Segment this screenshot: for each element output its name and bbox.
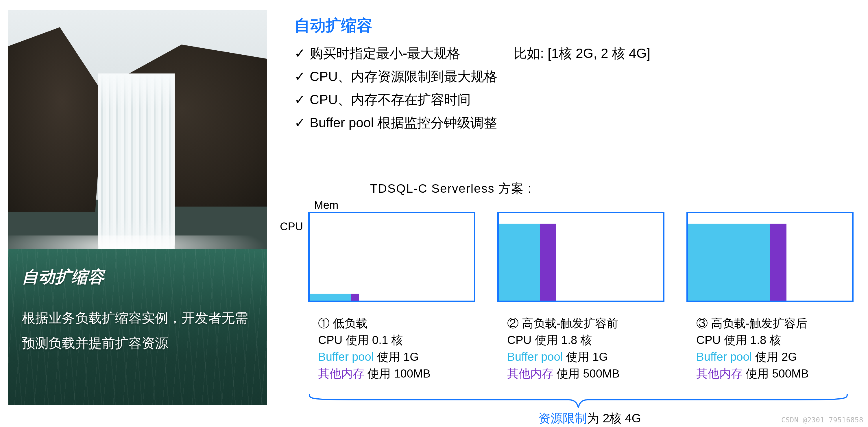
caption-oth-label: 其他内存 bbox=[696, 367, 743, 380]
bullet-text: CPU、内存资源限制到最大规格 bbox=[310, 67, 497, 85]
caption-bp-label: Buffer pool bbox=[318, 350, 374, 363]
caption-cpu: CPU 使用 0.1 核 bbox=[318, 332, 485, 348]
check-icon: ✓ bbox=[294, 114, 306, 132]
bullet-text: CPU、内存不存在扩容时间 bbox=[310, 91, 471, 109]
caption-title: ② 高负载-触发扩容前 bbox=[507, 315, 674, 332]
chart-panel-2 bbox=[497, 212, 664, 302]
bar-bufferpool bbox=[688, 224, 770, 301]
caption-oth-value: 使用 500MB bbox=[743, 367, 809, 380]
content-area: 自动扩缩容 ✓ 购买时指定最小-最大规格 比如: [1核 2G, 2 核 4G]… bbox=[294, 15, 857, 137]
bar-othermem bbox=[351, 294, 359, 301]
axis-label-cpu: CPU bbox=[280, 220, 303, 233]
hero-overlay: 自动扩缩容 根据业务负载扩缩容实例，开发者无需预测负载并提前扩容资源 bbox=[8, 249, 267, 405]
bullet-text: Buffer pool 根据监控分钟级调整 bbox=[310, 114, 497, 132]
bullet-example: 比如: [1核 2G, 2 核 4G] bbox=[514, 44, 650, 62]
resource-limit-text: 资源限制为 2核 4G bbox=[0, 410, 868, 426]
chart-title: TDSQL-C Serverless 方案 : bbox=[370, 181, 532, 197]
caption-bp-value: 使用 1G bbox=[374, 350, 419, 363]
caption-cpu: CPU 使用 1.8 核 bbox=[696, 332, 863, 348]
bar-bufferpool bbox=[499, 224, 540, 301]
bar-othermem bbox=[770, 224, 786, 301]
caption-title: ③ 高负载-触发扩容后 bbox=[696, 315, 863, 332]
section-heading: 自动扩缩容 bbox=[294, 15, 857, 36]
brace-icon bbox=[309, 393, 848, 408]
chart-panel-3 bbox=[686, 212, 854, 302]
caption-bp-label: Buffer pool bbox=[507, 350, 563, 363]
bullet-item-2: ✓ CPU、内存资源限制到最大规格 bbox=[294, 67, 857, 85]
caption-bp-label: Buffer pool bbox=[696, 350, 752, 363]
caption-bp-value: 使用 1G bbox=[563, 350, 608, 363]
caption-cpu: CPU 使用 1.8 核 bbox=[507, 332, 674, 348]
caption-bp-value: 使用 2G bbox=[752, 350, 797, 363]
chart-captions: ① 低负载 CPU 使用 0.1 核 Buffer pool 使用 1G 其他内… bbox=[318, 315, 863, 382]
caption-oth-value: 使用 100MB bbox=[364, 367, 431, 380]
chart-caption-3: ③ 高负载-触发扩容后 CPU 使用 1.8 核 Buffer pool 使用 … bbox=[696, 315, 863, 382]
check-icon: ✓ bbox=[294, 44, 306, 62]
check-icon: ✓ bbox=[294, 67, 306, 85]
resource-limit-label: 资源限制 bbox=[538, 411, 587, 425]
bar-bufferpool bbox=[310, 294, 351, 301]
axis-label-mem: Mem bbox=[314, 199, 338, 211]
bullet-item-3: ✓ CPU、内存不存在扩容时间 bbox=[294, 91, 857, 109]
bar-othermem bbox=[540, 224, 556, 301]
hero-description: 根据业务负载扩缩容实例，开发者无需预测负载并提前扩容资源 bbox=[22, 305, 253, 356]
caption-title: ① 低负载 bbox=[318, 315, 485, 332]
check-icon: ✓ bbox=[294, 91, 306, 109]
chart-caption-1: ① 低负载 CPU 使用 0.1 核 Buffer pool 使用 1G 其他内… bbox=[318, 315, 485, 382]
resource-limit-value: 为 2核 4G bbox=[587, 411, 641, 425]
caption-oth-label: 其他内存 bbox=[318, 367, 364, 380]
chart-caption-2: ② 高负载-触发扩容前 CPU 使用 1.8 核 Buffer pool 使用 … bbox=[507, 315, 674, 382]
caption-oth-value: 使用 500MB bbox=[553, 367, 620, 380]
hero-card: 自动扩缩容 根据业务负载扩缩容实例，开发者无需预测负载并提前扩容资源 bbox=[8, 10, 267, 405]
hero-waterfall bbox=[98, 73, 175, 253]
chart-panels bbox=[308, 212, 854, 302]
hero-title: 自动扩缩容 bbox=[22, 266, 253, 288]
caption-oth-label: 其他内存 bbox=[507, 367, 553, 380]
watermark: CSDN @2301_79516858 bbox=[781, 416, 863, 424]
bullet-text: 购买时指定最小-最大规格 bbox=[310, 44, 460, 62]
bullet-item-4: ✓ Buffer pool 根据监控分钟级调整 bbox=[294, 114, 857, 132]
bullet-item-1: ✓ 购买时指定最小-最大规格 比如: [1核 2G, 2 核 4G] bbox=[294, 44, 857, 62]
bullet-list: ✓ 购买时指定最小-最大规格 比如: [1核 2G, 2 核 4G] ✓ CPU… bbox=[294, 44, 857, 132]
chart-panel-1 bbox=[308, 212, 475, 302]
